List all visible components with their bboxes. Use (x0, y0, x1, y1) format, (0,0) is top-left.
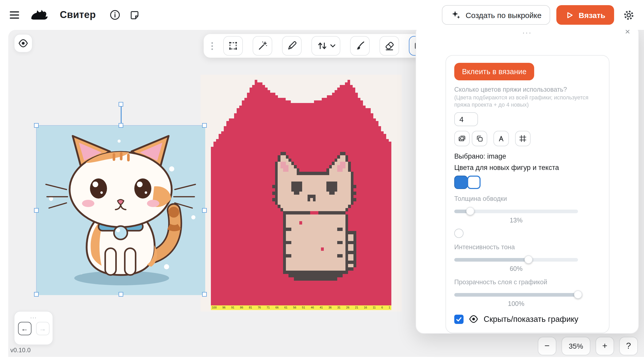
toolbar (204, 34, 436, 58)
resize-handle-left[interactable] (34, 208, 39, 213)
knit-button[interactable]: Вязать (556, 5, 614, 25)
fill-color-swatch[interactable] (454, 176, 468, 189)
ruler-number: 26 (346, 305, 349, 310)
eraser-icon (384, 41, 394, 51)
color-swatches (454, 176, 601, 189)
text-tool-button[interactable] (493, 131, 509, 146)
ruler-number: 46 (311, 305, 314, 310)
hide-graphics-checkbox[interactable] (454, 314, 464, 324)
ruler-number: 71 (267, 305, 270, 310)
eye-icon (469, 314, 478, 324)
opacity-label: Прозрачность слоя с графикой (454, 279, 601, 286)
ruler-number: 76 (258, 305, 261, 310)
history-drag-dots[interactable]: ... (30, 313, 37, 320)
color-ring-button[interactable] (454, 229, 464, 238)
toolbar-drag-handle-icon[interactable] (211, 42, 213, 50)
app: Свитер Создать по выкройке Вязать 100969… (0, 0, 644, 361)
ruler-number: 66 (275, 305, 278, 310)
sweater-chart (201, 75, 402, 312)
pictures-icon (458, 133, 466, 144)
menu-button[interactable] (7, 9, 22, 21)
resize-handle-bottom[interactable] (119, 292, 123, 297)
resize-handle-top[interactable] (119, 123, 123, 128)
create-from-pattern-label: Создать по выкройке (466, 11, 542, 19)
paste-into-knitting-button[interactable]: Вклеить в вязание (454, 63, 534, 80)
stroke-width-slider[interactable] (454, 207, 578, 215)
ruler-number: 21 (355, 305, 358, 310)
zoom-controls: − 35% + ? (538, 337, 638, 355)
hide-graphics-label: Скрыть/показать графику (484, 314, 578, 324)
history-panel: ... ← → (14, 311, 53, 345)
ruler-number: 6 (381, 305, 383, 310)
yarn-colors-input[interactable] (454, 112, 478, 126)
rotate-handle[interactable] (119, 102, 123, 107)
opacity-value: 100% (454, 300, 578, 307)
create-from-pattern-button[interactable]: Создать по выкройке (442, 5, 550, 25)
ruler-number: 16 (364, 305, 367, 310)
zoom-in-button[interactable]: + (596, 337, 614, 355)
info-button[interactable] (107, 7, 123, 23)
sparkles-icon (451, 10, 461, 20)
eraser-tool-button[interactable] (379, 36, 399, 56)
opacity-slider[interactable] (454, 290, 578, 299)
tone-label: Интенсивность тона (454, 244, 601, 251)
redo-button[interactable]: → (36, 322, 49, 335)
ruler-number: 96 (222, 305, 225, 310)
ruler-number: 36 (328, 305, 332, 310)
notes-button[interactable] (127, 7, 142, 23)
yarn-colors-hint: (Цвета подбираются из всей графики; испо… (454, 94, 601, 108)
panel-content: Вклеить в вязание Сколько цветов пряжи и… (445, 55, 609, 333)
frame-icon (519, 133, 527, 144)
knit-label: Вязать (579, 11, 605, 19)
pattern-ruler: 1009691868176716661565146413631262116116… (211, 305, 391, 310)
pen-icon (287, 41, 297, 51)
magic-wand-tool-button[interactable] (253, 36, 272, 56)
ruler-number: 81 (249, 305, 252, 310)
help-button[interactable]: ? (619, 337, 638, 355)
tone-value: 60% (454, 265, 578, 272)
text-icon (497, 133, 505, 144)
insert-image-button[interactable] (454, 131, 470, 146)
brush-tool-button[interactable] (350, 36, 370, 56)
resize-handle-bottom-left[interactable] (34, 292, 39, 297)
sort-arrows-icon (316, 41, 328, 51)
resize-handle-right[interactable] (202, 208, 207, 213)
gear-icon (623, 9, 635, 21)
selected-image[interactable] (36, 125, 205, 295)
resize-handle-bottom-right[interactable] (202, 292, 207, 297)
ruler-number: 31 (337, 305, 341, 310)
graphics-panel: ... × Вклеить в вязание Сколько цветов п… (416, 25, 639, 334)
ruler-number: 86 (240, 305, 243, 310)
pen-tool-button[interactable] (282, 36, 302, 56)
ruler-number: 41 (320, 305, 323, 310)
duplicate-button[interactable] (472, 131, 487, 146)
knitting-pattern[interactable]: 1009691868176716661565146413631262116116… (201, 75, 402, 312)
info-icon (109, 9, 121, 21)
hamburger-icon (9, 11, 20, 19)
selected-object-label: Выбрано: image (454, 152, 601, 160)
eye-icon (18, 38, 28, 48)
version-label: v0.10.0 (10, 347, 31, 354)
stroke-width-value: 13% (454, 217, 578, 224)
rotation-line (121, 107, 121, 124)
ruler-number: 61 (284, 305, 287, 310)
resize-handle-top-left[interactable] (34, 123, 39, 128)
brush-icon (355, 41, 365, 51)
zoom-level[interactable]: 35% (562, 337, 590, 355)
undo-button[interactable]: ← (18, 322, 31, 335)
play-icon (565, 11, 574, 19)
sticker-note-icon (129, 9, 140, 21)
visibility-button[interactable] (14, 34, 32, 53)
ruler-number: 100 (212, 305, 217, 310)
settings-button[interactable] (621, 7, 637, 23)
stroke-width-label: Толщина обводки (454, 195, 601, 202)
tone-slider[interactable] (454, 255, 578, 264)
resize-handle-top-right[interactable] (202, 123, 207, 128)
arrange-tool-button[interactable] (311, 36, 340, 56)
select-tool-button[interactable] (223, 36, 243, 56)
zoom-out-button[interactable]: − (538, 337, 556, 355)
hide-graphics-row: Скрыть/показать графику (454, 314, 601, 324)
frame-tool-button[interactable] (515, 131, 531, 146)
check-icon (456, 316, 462, 322)
stroke-color-swatch[interactable] (467, 176, 481, 189)
